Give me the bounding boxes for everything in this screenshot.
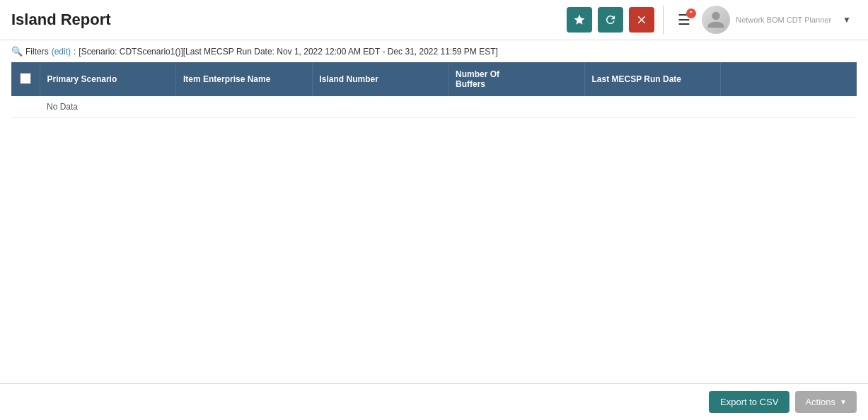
refresh-icon (604, 13, 617, 26)
favorite-button[interactable] (567, 7, 592, 33)
filters-bar: 🔍 Filters (edit): [Scenario: CDTScenario… (0, 40, 868, 62)
footer: Export to CSV Actions ▼ (0, 383, 868, 418)
user-dropdown-button[interactable]: ▼ (837, 12, 857, 28)
table-header-row: Primary Scenario Item Enterprise Name Is… (11, 62, 857, 96)
search-icon: 🔍 (11, 46, 23, 57)
page-title: Island Report (11, 11, 111, 29)
data-table: Primary Scenario Item Enterprise Name Is… (11, 62, 857, 118)
no-data-text: No Data (40, 96, 176, 118)
col-header-item-enterprise-name: Item Enterprise Name (176, 62, 313, 96)
filters-text: [Scenario: CDTScenario1()][Last MECSP Ru… (79, 47, 498, 57)
close-button[interactable] (629, 7, 654, 33)
dropdown-arrow-icon: ▼ (843, 15, 851, 25)
actions-caret-icon: ▼ (840, 398, 847, 406)
filters-edit-link[interactable]: (edit) (52, 47, 71, 57)
select-all-checkbox[interactable] (20, 73, 31, 84)
user-name-line1: Network BOM CDT Planner (736, 16, 831, 24)
col-header-number-of-buffers: Number OfBuffers (449, 62, 585, 96)
table-container: Primary Scenario Item Enterprise Name Is… (0, 62, 868, 418)
filters-label: Filters (25, 47, 49, 57)
actions-label: Actions (805, 397, 835, 407)
select-all-header[interactable] (11, 62, 40, 96)
export-to-csv-button[interactable]: Export to CSV (709, 391, 789, 413)
close-icon (635, 13, 648, 26)
no-data-row: No Data (11, 96, 857, 118)
refresh-button[interactable] (598, 7, 623, 33)
notification-badge (686, 8, 696, 18)
header-divider (663, 6, 664, 34)
avatar (702, 6, 730, 34)
col-header-island-number: Island Number (312, 62, 449, 96)
actions-button[interactable]: Actions ▼ (795, 391, 857, 413)
table-body: No Data (11, 96, 857, 118)
star-icon (573, 13, 586, 26)
hamburger-menu-button[interactable]: ☰ (672, 8, 696, 31)
user-info: Network BOM CDT Planner (736, 16, 831, 24)
col-header-last-mecsp-run-date: Last MECSP Run Date (584, 62, 721, 96)
col-header-primary-scenario: Primary Scenario (40, 62, 176, 96)
col-header-actions (721, 62, 857, 96)
